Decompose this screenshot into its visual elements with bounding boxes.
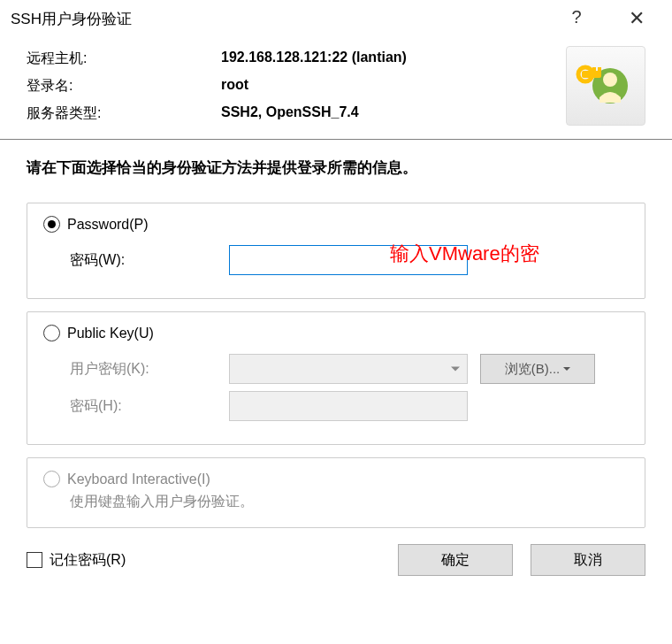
password-radio-row[interactable]: Password(P) bbox=[43, 216, 629, 233]
svg-rect-5 bbox=[592, 67, 596, 71]
remote-host-label: 远程主机: bbox=[27, 50, 221, 68]
keyboard-radio-label: Keyboard Interactive(I) bbox=[67, 472, 210, 487]
browse-button: 浏览(B)... bbox=[480, 354, 595, 384]
keyboard-radio-row: Keyboard Interactive(I) bbox=[43, 471, 629, 487]
window-title: SSH用户身份验证 bbox=[11, 9, 568, 29]
remember-checkbox[interactable] bbox=[27, 552, 42, 568]
userkey-label: 用户密钥(K): bbox=[70, 360, 229, 379]
password-input[interactable] bbox=[229, 245, 468, 275]
keyboard-section: Keyboard Interactive(I) 使用键盘输入用户身份验证。 bbox=[27, 457, 645, 528]
server-type-label: 服务器类型: bbox=[27, 104, 221, 123]
help-icon[interactable]: ? bbox=[568, 7, 585, 30]
instruction-text: 请在下面选择恰当的身份验证方法并提供登录所需的信息。 bbox=[0, 140, 672, 190]
titlebar-buttons: ? ✕ bbox=[568, 7, 661, 30]
publickey-radio-label: Public Key(U) bbox=[67, 326, 154, 341]
close-icon[interactable]: ✕ bbox=[628, 7, 645, 30]
titlebar: SSH用户身份验证 ? ✕ bbox=[0, 0, 672, 37]
connection-info: 远程主机: 192.168.128.121:22 (lantian) 登录名: … bbox=[0, 37, 672, 139]
publickey-radio[interactable] bbox=[43, 325, 60, 341]
login-value: root bbox=[221, 77, 407, 96]
cancel-button[interactable]: 取消 bbox=[531, 544, 645, 576]
keyboard-subtext: 使用键盘输入用户身份验证。 bbox=[70, 493, 629, 511]
userkey-combo bbox=[229, 354, 468, 384]
remember-label: 记住密码(R) bbox=[50, 551, 126, 570]
chevron-down-icon bbox=[451, 367, 460, 372]
password-field-label: 密码(W): bbox=[70, 251, 229, 270]
passphrase-label: 密码(H): bbox=[70, 397, 229, 416]
bottom-row: 记住密码(R) 确定 取消 bbox=[0, 528, 672, 592]
dropdown-arrow-icon bbox=[563, 367, 570, 371]
auth-icon bbox=[566, 46, 645, 126]
remote-host-value: 192.168.128.121:22 (lantian) bbox=[221, 50, 407, 68]
password-section: Password(P) 密码(W): 输入VMware的密 bbox=[27, 203, 645, 299]
svg-point-1 bbox=[603, 73, 617, 87]
password-radio-label: Password(P) bbox=[67, 217, 149, 233]
svg-rect-4 bbox=[598, 67, 601, 73]
server-type-value: SSH2, OpenSSH_7.4 bbox=[221, 104, 407, 123]
browse-label: 浏览(B)... bbox=[505, 361, 561, 378]
publickey-section: Public Key(U) 用户密钥(K): 浏览(B)... 密码(H): bbox=[27, 311, 645, 445]
passphrase-input bbox=[229, 391, 468, 421]
password-radio[interactable] bbox=[43, 216, 60, 233]
login-label: 登录名: bbox=[27, 77, 221, 96]
remember-checkbox-row[interactable]: 记住密码(R) bbox=[27, 551, 398, 570]
keyboard-radio bbox=[43, 471, 60, 487]
ok-button[interactable]: 确定 bbox=[398, 544, 513, 576]
publickey-radio-row[interactable]: Public Key(U) bbox=[43, 325, 629, 341]
